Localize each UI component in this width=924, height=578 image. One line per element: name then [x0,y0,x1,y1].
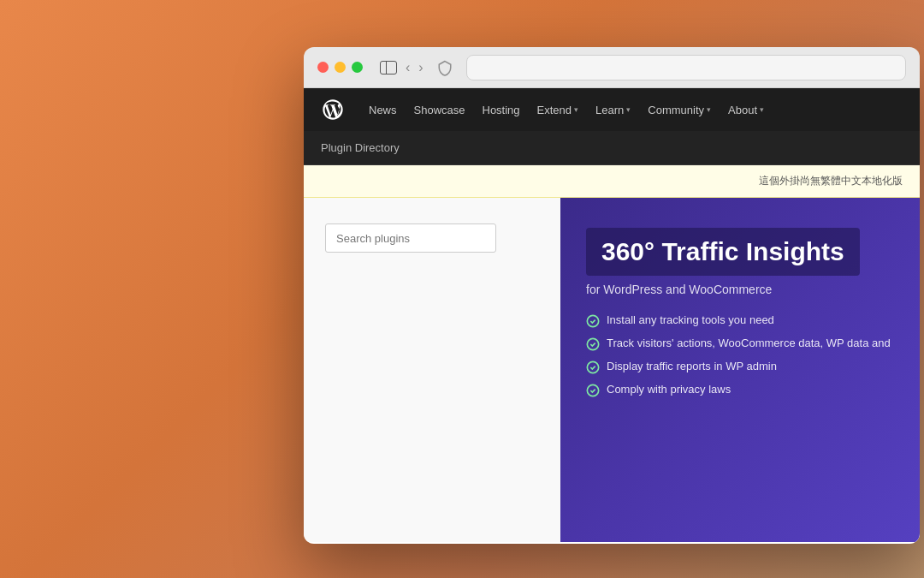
address-bar[interactable] [466,55,906,80]
promo-title-box: 360° Traffic Insights [586,228,860,276]
notice-bar: 這個外掛尚無繁體中文本地化版 [304,165,920,198]
search-box[interactable]: ⚲ [325,223,496,253]
check-icon-4 [586,384,600,397]
back-button[interactable]: ‹ [406,60,410,75]
minimize-button[interactable] [335,62,346,73]
traffic-lights [317,62,363,73]
main-content: ⚲ 360° Traffic Insights for WordPress an… [304,198,920,542]
browser-controls: ‹ › [380,60,424,75]
community-dropdown-arrow: ▾ [707,105,711,114]
sub-navigation: Plugin Directory [304,131,920,165]
search-input[interactable] [326,225,490,252]
nav-item-showcase[interactable]: Showcase [414,104,465,116]
nav-item-community[interactable]: Community ▾ [648,104,711,116]
promo-feature-1: Install any tracking tools you need [586,313,894,328]
maximize-button[interactable] [352,62,363,73]
browser-chrome: ‹ › [304,47,920,88]
nav-item-extend[interactable]: Extend ▾ [537,104,578,116]
promo-feature-2: Track visitors' actions, WooCommerce dat… [586,337,894,351]
nav-item-learn[interactable]: Learn ▾ [595,104,631,116]
browser-window: ‹ › News Showcase Hosting [304,47,920,544]
right-panel: 360° Traffic Insights for WordPress and … [560,198,920,542]
about-dropdown-arrow: ▾ [760,105,764,114]
nav-item-hosting[interactable]: Hosting [483,104,520,116]
learn-dropdown-arrow: ▾ [626,105,631,114]
nav-item-about[interactable]: About ▾ [728,104,764,116]
promo-title: 360° Traffic Insights [601,236,844,267]
left-panel: ⚲ [304,198,560,542]
check-icon-2 [586,337,600,351]
promo-feature-3: Display traffic reports in WP admin [586,360,894,374]
wordpress-nav: News Showcase Hosting Extend ▾ Learn ▾ C… [304,88,920,131]
sidebar-toggle-icon[interactable] [380,61,397,74]
search-button[interactable]: ⚲ [490,224,496,252]
promo-feature-4: Comply with privacy laws [586,383,894,397]
forward-button[interactable]: › [418,60,423,75]
svg-point-0 [587,315,598,326]
shield-icon [437,59,453,76]
svg-point-3 [587,384,598,396]
plugin-promo-banner: 360° Traffic Insights for WordPress and … [560,198,920,542]
wordpress-logo[interactable] [321,98,345,122]
check-icon-1 [586,314,600,328]
svg-point-1 [587,338,598,349]
website-content: News Showcase Hosting Extend ▾ Learn ▾ C… [304,88,920,544]
check-icon-3 [586,361,600,374]
svg-point-2 [587,361,598,372]
extend-dropdown-arrow: ▾ [574,105,578,114]
close-button[interactable] [317,62,329,73]
subnav-plugin-directory[interactable]: Plugin Directory [321,141,400,154]
nav-item-news[interactable]: News [369,104,397,116]
promo-subtitle: for WordPress and WooCommerce [586,283,894,296]
